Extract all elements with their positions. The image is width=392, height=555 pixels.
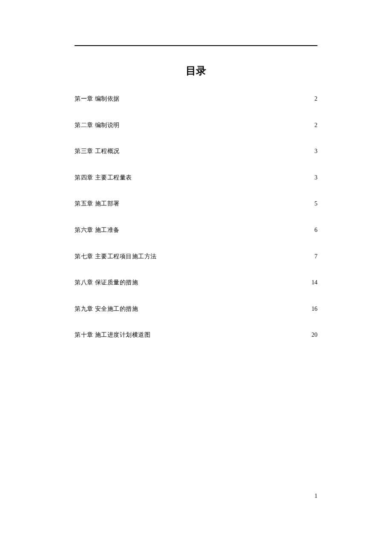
toc-entry: 第五章 施工部署 5 — [75, 199, 317, 208]
toc-title: 目录 — [75, 64, 317, 78]
toc-entry-page: 6 — [314, 226, 317, 234]
toc-entry-label: 第二章 编制说明 — [75, 121, 120, 130]
toc-entry: 第三章 工程概况 3 — [75, 147, 317, 156]
toc-entry-page: 16 — [311, 305, 317, 313]
toc-entry: 第四章 主要工程量表 3 — [75, 173, 317, 182]
toc-entry-label: 第七章 主要工程项目施工方法 — [75, 252, 157, 261]
toc-entry: 第九章 安全施工的措施 16 — [75, 305, 317, 313]
document-page: 目录 第一章 编制依据 2 第二章 编制说明 2 第三章 工程概况 3 第四章 … — [0, 0, 392, 555]
toc-entry: 第十章 施工进度计划横道图 20 — [75, 331, 317, 339]
toc-entry-label: 第六章 施工准备 — [75, 226, 120, 234]
toc-entry-label: 第五章 施工部署 — [75, 199, 120, 208]
toc-entry-label: 第十章 施工进度计划横道图 — [75, 331, 150, 339]
toc-entry-page: 2 — [314, 121, 317, 130]
toc-entry-label: 第一章 编制依据 — [75, 95, 120, 103]
toc-entry: 第六章 施工准备 6 — [75, 226, 317, 234]
page-number: 1 — [314, 493, 317, 500]
toc-entry-page: 5 — [314, 199, 317, 208]
toc-entry-label: 第三章 工程概况 — [75, 147, 120, 156]
toc-entry-label: 第八章 保证质量的措施 — [75, 278, 138, 287]
toc-entry-page: 2 — [314, 95, 317, 103]
toc-entry: 第七章 主要工程项目施工方法 7 — [75, 252, 317, 261]
toc-entry-page: 7 — [314, 252, 317, 261]
toc-entry-label: 第九章 安全施工的措施 — [75, 305, 138, 313]
toc-list: 第一章 编制依据 2 第二章 编制说明 2 第三章 工程概况 3 第四章 主要工… — [75, 95, 317, 339]
header-rule — [75, 45, 317, 46]
toc-entry-page: 3 — [314, 147, 317, 156]
toc-entry-label: 第四章 主要工程量表 — [75, 173, 132, 182]
toc-entry-page: 20 — [311, 331, 317, 339]
toc-entry: 第八章 保证质量的措施 14 — [75, 278, 317, 287]
toc-entry: 第一章 编制依据 2 — [75, 95, 317, 103]
toc-entry: 第二章 编制说明 2 — [75, 121, 317, 130]
toc-entry-page: 3 — [314, 173, 317, 182]
toc-entry-page: 14 — [311, 278, 317, 287]
